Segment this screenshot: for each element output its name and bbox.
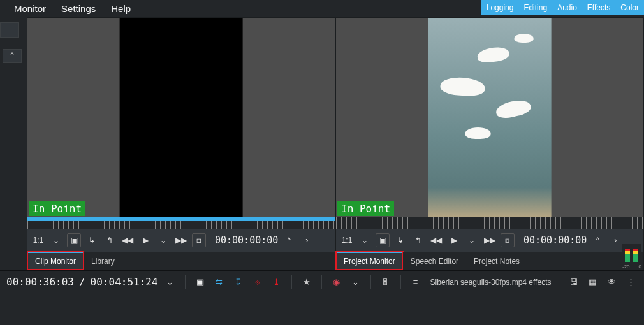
- crop-button[interactable]: ⧈: [192, 233, 206, 247]
- position-timecode[interactable]: 00:00:36:03: [6, 276, 74, 288]
- rewind-button[interactable]: ◀◀: [121, 233, 135, 247]
- clip-monitor-controls: 1:1 ⌄ ▣ ↳ ↰ ◀◀ ▶ ⌄ ▶▶ ⧈ 00:00:00:00 ^ ›: [27, 229, 335, 252]
- visibility-icon[interactable]: 👁: [604, 275, 618, 289]
- overwrite-zone-button[interactable]: ⟐: [251, 275, 265, 289]
- insert-zone-button[interactable]: ↧: [231, 275, 245, 289]
- workspace-tab-color[interactable]: Color: [615, 1, 644, 15]
- left-side-panel: ^: [0, 17, 27, 270]
- tab-project-notes[interactable]: Project Notes: [466, 252, 527, 270]
- image-content: [515, 34, 534, 43]
- chevron-up-icon: ^: [10, 50, 14, 60]
- timecode-spinner-icon[interactable]: ^: [590, 233, 604, 247]
- panel-handle[interactable]: [0, 22, 19, 38]
- workspace-tab-logging[interactable]: Logging: [481, 1, 519, 15]
- ruler-ticks: [336, 217, 643, 229]
- fullscreen-button[interactable]: ▣: [67, 233, 81, 247]
- set-in-point-button[interactable]: ↳: [393, 233, 407, 247]
- menu-settings[interactable]: Settings: [54, 1, 103, 17]
- duration-timecode[interactable]: 00:04:51:24: [91, 276, 158, 288]
- clip-monitor-tabs: Clip Monitor Library: [27, 252, 335, 270]
- crop-button[interactable]: ⧈: [501, 233, 515, 247]
- more-options-icon[interactable]: ⋮: [624, 275, 638, 289]
- set-in-point-button[interactable]: ↳: [85, 233, 99, 247]
- project-monitor-controls: 1:1 ⌄ ▣ ↳ ↰ ◀◀ ▶ ⌄ ▶▶ ⧈ 00:00:00:00 ^ ›: [336, 229, 643, 252]
- play-dropdown-icon[interactable]: ⌄: [156, 233, 170, 247]
- menu-monitor[interactable]: Monitor: [6, 1, 54, 17]
- workspace-tabs: Logging Editing Audio Effects Color: [481, 0, 644, 15]
- next-button[interactable]: ›: [608, 233, 622, 247]
- set-out-point-button[interactable]: ↰: [103, 233, 117, 247]
- clip-monitor-panel: In Point 1:1 ⌄ ▣ ↳ ↰ ◀◀ ▶ ⌄ ▶▶ ⧈ 00:00:0…: [27, 17, 335, 270]
- separator: [400, 275, 401, 289]
- menu-help[interactable]: Help: [103, 1, 138, 17]
- status-clip-label: Siberian seagulls-30fps.mp4 effects: [430, 278, 552, 287]
- tab-speech-editor[interactable]: Speech Editor: [403, 252, 466, 270]
- project-monitor-tabs: Project Monitor Speech Editor Project No…: [336, 252, 643, 270]
- meter-label-high: 0: [639, 264, 641, 270]
- audio-mixer-button[interactable]: 🎚: [379, 275, 393, 289]
- fullscreen-button[interactable]: ▣: [376, 233, 390, 247]
- tab-library[interactable]: Library: [84, 252, 122, 270]
- image-content: [440, 76, 486, 97]
- clip-preview-frame: [120, 18, 243, 217]
- project-timecode[interactable]: 00:00:00:00: [523, 235, 587, 246]
- project-preview-frame: [428, 18, 552, 217]
- mix-clips-button[interactable]: ⇆: [212, 275, 226, 289]
- timeline-menu-button[interactable]: ≡: [409, 275, 423, 289]
- preview-dropdown-icon[interactable]: ⌄: [349, 275, 363, 289]
- audio-meter-channel-left: [625, 249, 630, 262]
- timeline-toolbar: 00:00:36:03 / 00:04:51:24 ⌄ ▣ ⇆ ↧ ⟐ ⤓ ★ …: [0, 270, 644, 293]
- in-point-badge: In Point: [337, 201, 394, 216]
- ruler-ticks: [27, 221, 335, 229]
- timecode-separator: /: [79, 276, 85, 288]
- scale-label[interactable]: 1:1: [31, 233, 45, 247]
- scale-dropdown-icon[interactable]: ⌄: [49, 233, 63, 247]
- favorite-effects-button[interactable]: ★: [300, 275, 314, 289]
- image-content: [495, 98, 532, 120]
- play-button[interactable]: ▶: [138, 233, 152, 247]
- track-compositing-button[interactable]: ▣: [193, 275, 207, 289]
- clip-timeline-ruler[interactable]: [27, 217, 335, 229]
- meter-label-low: -20: [622, 264, 630, 270]
- image-content: [476, 46, 510, 64]
- separator: [370, 275, 371, 289]
- play-button[interactable]: ▶: [447, 233, 461, 247]
- next-button[interactable]: ›: [300, 233, 314, 247]
- scale-label[interactable]: 1:1: [340, 233, 354, 247]
- project-timeline-ruler[interactable]: [336, 217, 643, 229]
- preview-render-button[interactable]: ◉: [330, 275, 344, 289]
- forward-button[interactable]: ▶▶: [483, 233, 497, 247]
- workspace-tab-audio[interactable]: Audio: [552, 1, 582, 15]
- scale-dropdown-icon[interactable]: ⌄: [358, 233, 372, 247]
- save-icon[interactable]: 🖫: [566, 275, 580, 289]
- project-monitor-panel: In Point 1:1 ⌄ ▣ ↳ ↰ ◀◀ ▶ ⌄ ▶▶ ⧈ 00:00:0…: [335, 17, 644, 270]
- expand-button[interactable]: ^: [3, 49, 22, 63]
- in-point-badge: In Point: [29, 201, 85, 216]
- tab-project-monitor[interactable]: Project Monitor: [336, 252, 403, 270]
- image-content: [465, 127, 490, 139]
- clip-monitor-view[interactable]: In Point: [27, 18, 335, 217]
- separator: [185, 275, 186, 289]
- separator: [291, 275, 292, 289]
- set-out-point-button[interactable]: ↰: [411, 233, 425, 247]
- monitors-area: ^ In Point 1:1 ⌄ ▣ ↳ ↰ ◀◀ ▶ ⌄ ▶▶ ⧈ 00:00…: [0, 17, 644, 270]
- audio-meter-channel-right: [633, 249, 638, 262]
- layout-icon[interactable]: ▦: [585, 275, 599, 289]
- dropdown-icon[interactable]: ⌄: [163, 275, 177, 289]
- audio-meter[interactable]: -20 0: [622, 244, 641, 270]
- play-dropdown-icon[interactable]: ⌄: [465, 233, 479, 247]
- workspace-tab-editing[interactable]: Editing: [518, 1, 552, 15]
- tab-clip-monitor[interactable]: Clip Monitor: [27, 252, 84, 270]
- project-monitor-view[interactable]: In Point: [336, 18, 643, 217]
- rewind-button[interactable]: ◀◀: [429, 233, 443, 247]
- separator: [321, 275, 322, 289]
- forward-button[interactable]: ▶▶: [174, 233, 188, 247]
- timecode-spinner-icon[interactable]: ^: [282, 233, 296, 247]
- clip-timecode[interactable]: 00:00:00:00: [215, 235, 278, 246]
- extract-zone-button[interactable]: ⤓: [270, 275, 284, 289]
- workspace-tab-effects[interactable]: Effects: [582, 1, 615, 15]
